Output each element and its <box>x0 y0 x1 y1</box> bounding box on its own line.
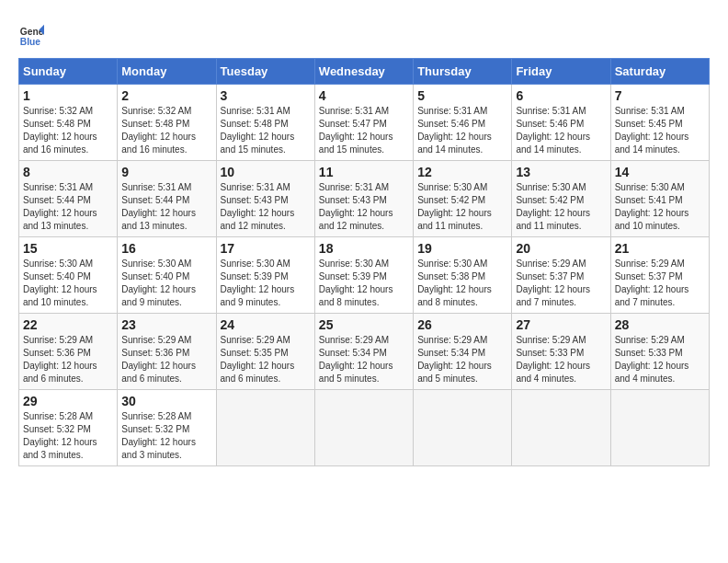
svg-text:General: General <box>20 27 44 37</box>
day-number: 18 <box>319 241 409 256</box>
week-row-5: 29Sunrise: 5:28 AMSunset: 5:32 PMDayligh… <box>19 390 710 466</box>
calendar-cell-22: 22Sunrise: 5:29 AMSunset: 5:36 PMDayligh… <box>19 314 118 390</box>
day-info: Sunrise: 5:30 AMSunset: 5:40 PMDaylight:… <box>121 258 211 309</box>
calendar-cell-15: 15Sunrise: 5:30 AMSunset: 5:40 PMDayligh… <box>19 237 118 314</box>
calendar-cell-20: 20Sunrise: 5:29 AMSunset: 5:37 PMDayligh… <box>512 237 610 314</box>
calendar-cell-21: 21Sunrise: 5:29 AMSunset: 5:37 PMDayligh… <box>610 237 709 314</box>
empty-cell <box>512 390 610 466</box>
day-number: 9 <box>121 165 211 179</box>
calendar-cell-26: 26Sunrise: 5:29 AMSunset: 5:34 PMDayligh… <box>414 314 512 390</box>
calendar-cell-5: 5Sunrise: 5:31 AMSunset: 5:46 PMDaylight… <box>414 85 512 161</box>
day-info: Sunrise: 5:30 AMSunset: 5:41 PMDaylight:… <box>615 181 705 233</box>
calendar-cell-27: 27Sunrise: 5:29 AMSunset: 5:33 PMDayligh… <box>512 314 610 390</box>
day-info: Sunrise: 5:29 AMSunset: 5:33 PMDaylight:… <box>516 334 606 385</box>
week-row-1: 1Sunrise: 5:32 AMSunset: 5:48 PMDaylight… <box>19 85 710 161</box>
day-info: Sunrise: 5:31 AMSunset: 5:48 PMDaylight:… <box>221 105 311 156</box>
week-row-3: 15Sunrise: 5:30 AMSunset: 5:40 PMDayligh… <box>19 237 710 314</box>
calendar-cell-25: 25Sunrise: 5:29 AMSunset: 5:34 PMDayligh… <box>314 314 413 390</box>
day-number: 10 <box>221 165 311 179</box>
day-number: 17 <box>221 241 311 256</box>
week-row-2: 8Sunrise: 5:31 AMSunset: 5:44 PMDaylight… <box>19 161 710 237</box>
day-number: 21 <box>615 241 705 256</box>
calendar-cell-4: 4Sunrise: 5:31 AMSunset: 5:47 PMDaylight… <box>314 85 413 161</box>
calendar-cell-12: 12Sunrise: 5:30 AMSunset: 5:42 PMDayligh… <box>414 161 512 237</box>
day-number: 4 <box>319 88 409 103</box>
day-info: Sunrise: 5:32 AMSunset: 5:48 PMDaylight:… <box>121 105 211 156</box>
day-info: Sunrise: 5:31 AMSunset: 5:43 PMDaylight:… <box>221 181 311 233</box>
day-number: 28 <box>615 317 705 332</box>
day-number: 23 <box>121 317 211 332</box>
day-info: Sunrise: 5:31 AMSunset: 5:43 PMDaylight:… <box>319 181 409 233</box>
calendar-table: SundayMondayTuesdayWednesdayThursdayFrid… <box>18 58 710 466</box>
day-number: 16 <box>121 241 211 256</box>
empty-cell <box>414 390 512 466</box>
day-info: Sunrise: 5:30 AMSunset: 5:39 PMDaylight:… <box>319 258 409 309</box>
day-info: Sunrise: 5:30 AMSunset: 5:38 PMDaylight:… <box>417 258 507 309</box>
day-number: 12 <box>417 165 507 179</box>
day-info: Sunrise: 5:29 AMSunset: 5:34 PMDaylight:… <box>417 334 507 385</box>
day-number: 19 <box>417 241 507 256</box>
day-number: 6 <box>516 88 606 103</box>
day-info: Sunrise: 5:28 AMSunset: 5:32 PMDaylight:… <box>23 410 113 462</box>
logo: General Blue <box>18 23 48 49</box>
day-header-tuesday: Tuesday <box>216 59 314 85</box>
calendar-cell-10: 10Sunrise: 5:31 AMSunset: 5:43 PMDayligh… <box>216 161 314 237</box>
calendar-cell-8: 8Sunrise: 5:31 AMSunset: 5:44 PMDaylight… <box>19 161 118 237</box>
day-info: Sunrise: 5:29 AMSunset: 5:33 PMDaylight:… <box>615 334 705 385</box>
calendar-cell-19: 19Sunrise: 5:30 AMSunset: 5:38 PMDayligh… <box>414 237 512 314</box>
day-info: Sunrise: 5:31 AMSunset: 5:44 PMDaylight:… <box>121 181 211 233</box>
calendar-cell-1: 1Sunrise: 5:32 AMSunset: 5:48 PMDaylight… <box>19 85 118 161</box>
svg-text:Blue: Blue <box>20 37 41 47</box>
day-header-friday: Friday <box>512 59 610 85</box>
day-number: 24 <box>221 317 311 332</box>
empty-cell <box>314 390 413 466</box>
day-info: Sunrise: 5:30 AMSunset: 5:42 PMDaylight:… <box>516 181 606 233</box>
empty-cell <box>216 390 314 466</box>
day-info: Sunrise: 5:29 AMSunset: 5:34 PMDaylight:… <box>319 334 409 385</box>
calendar-cell-11: 11Sunrise: 5:31 AMSunset: 5:43 PMDayligh… <box>314 161 413 237</box>
day-header-thursday: Thursday <box>414 59 512 85</box>
calendar-cell-7: 7Sunrise: 5:31 AMSunset: 5:45 PMDaylight… <box>610 85 709 161</box>
day-header-wednesday: Wednesday <box>314 59 413 85</box>
day-info: Sunrise: 5:29 AMSunset: 5:36 PMDaylight:… <box>121 334 211 385</box>
day-number: 22 <box>23 317 113 332</box>
day-info: Sunrise: 5:31 AMSunset: 5:45 PMDaylight:… <box>615 105 705 156</box>
calendar-cell-17: 17Sunrise: 5:30 AMSunset: 5:39 PMDayligh… <box>216 237 314 314</box>
day-info: Sunrise: 5:29 AMSunset: 5:37 PMDaylight:… <box>516 258 606 309</box>
day-number: 1 <box>23 88 113 103</box>
day-number: 27 <box>516 317 606 332</box>
calendar-cell-24: 24Sunrise: 5:29 AMSunset: 5:35 PMDayligh… <box>216 314 314 390</box>
logo-icon: General Blue <box>18 23 44 49</box>
day-number: 5 <box>417 88 507 103</box>
day-number: 13 <box>516 165 606 179</box>
day-info: Sunrise: 5:31 AMSunset: 5:46 PMDaylight:… <box>417 105 507 156</box>
day-number: 7 <box>615 88 705 103</box>
day-info: Sunrise: 5:29 AMSunset: 5:35 PMDaylight:… <box>221 334 311 385</box>
day-info: Sunrise: 5:31 AMSunset: 5:46 PMDaylight:… <box>516 105 606 156</box>
calendar-cell-2: 2Sunrise: 5:32 AMSunset: 5:48 PMDaylight… <box>118 85 216 161</box>
day-number: 30 <box>121 394 211 408</box>
day-info: Sunrise: 5:32 AMSunset: 5:48 PMDaylight:… <box>23 105 113 156</box>
day-header-monday: Monday <box>118 59 216 85</box>
calendar-cell-28: 28Sunrise: 5:29 AMSunset: 5:33 PMDayligh… <box>610 314 709 390</box>
days-header-row: SundayMondayTuesdayWednesdayThursdayFrid… <box>19 59 710 85</box>
calendar-cell-6: 6Sunrise: 5:31 AMSunset: 5:46 PMDaylight… <box>512 85 610 161</box>
day-info: Sunrise: 5:28 AMSunset: 5:32 PMDaylight:… <box>121 410 211 462</box>
day-info: Sunrise: 5:31 AMSunset: 5:47 PMDaylight:… <box>319 105 409 156</box>
day-header-saturday: Saturday <box>610 59 709 85</box>
day-number: 11 <box>319 165 409 179</box>
day-header-sunday: Sunday <box>19 59 118 85</box>
day-info: Sunrise: 5:31 AMSunset: 5:44 PMDaylight:… <box>23 181 113 233</box>
calendar-cell-13: 13Sunrise: 5:30 AMSunset: 5:42 PMDayligh… <box>512 161 610 237</box>
calendar-cell-18: 18Sunrise: 5:30 AMSunset: 5:39 PMDayligh… <box>314 237 413 314</box>
day-number: 14 <box>615 165 705 179</box>
day-info: Sunrise: 5:29 AMSunset: 5:36 PMDaylight:… <box>23 334 113 385</box>
calendar-cell-9: 9Sunrise: 5:31 AMSunset: 5:44 PMDaylight… <box>118 161 216 237</box>
day-number: 15 <box>23 241 113 256</box>
day-number: 2 <box>121 88 211 103</box>
day-number: 29 <box>23 394 113 408</box>
day-info: Sunrise: 5:30 AMSunset: 5:42 PMDaylight:… <box>417 181 507 233</box>
calendar-cell-23: 23Sunrise: 5:29 AMSunset: 5:36 PMDayligh… <box>118 314 216 390</box>
day-number: 20 <box>516 241 606 256</box>
day-number: 3 <box>221 88 311 103</box>
